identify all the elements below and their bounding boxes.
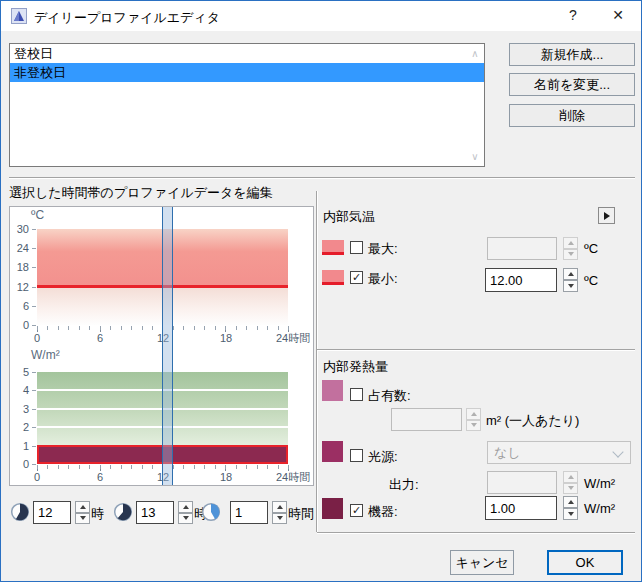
output-unit: W/m² [584, 476, 615, 491]
temp-xtick-last: 24時間 [276, 332, 314, 345]
duration-input[interactable] [230, 501, 268, 524]
temp-xtick: 6 [89, 332, 111, 345]
spin-down-button[interactable] [563, 508, 578, 520]
occupancy-spinner [466, 408, 481, 431]
delete-profile-button[interactable]: 削除 [509, 104, 635, 127]
spin-up-button [466, 408, 481, 420]
max-temp-input [487, 237, 557, 260]
temp-xtick: 18 [215, 332, 237, 345]
spin-down-button [563, 249, 578, 261]
spin-down-icon [277, 516, 283, 520]
heat-ytick: 2 [7, 420, 29, 434]
daily-profile-editor-dialog: デイリープロファイルエディタ ? ✕ 登校日 非登校日 ∧ ∨ 新規作成... … [0, 0, 642, 582]
scroll-down-icon[interactable]: ∨ [467, 151, 483, 162]
spin-up-icon [568, 241, 574, 245]
separator-heat [317, 349, 635, 351]
new-profile-button[interactable]: 新規作成... [509, 43, 635, 66]
spin-up-button[interactable] [178, 501, 193, 513]
spin-up-button [563, 471, 578, 483]
start-hour-spinner[interactable] [75, 501, 90, 524]
occupancy-checkbox[interactable] [350, 388, 363, 401]
min-temp-spinner[interactable] [563, 268, 578, 292]
equipment-unit: W/m² [584, 501, 615, 516]
temp-ytick: 6 [7, 299, 29, 313]
spin-up-icon [471, 412, 477, 416]
checkmark-icon: ✓ [351, 505, 362, 516]
heat-ytick: 0 [7, 457, 29, 471]
max-temp-spinner [563, 237, 578, 260]
min-temp-unit: ºC [584, 273, 598, 288]
spin-down-icon [568, 512, 574, 516]
separator-vertical [316, 191, 318, 532]
spin-down-button [466, 420, 481, 432]
output-label: 出力: [389, 476, 419, 494]
profile-listbox[interactable]: 登校日 非登校日 ∧ ∨ [9, 43, 485, 167]
heat-group-title: 内部発熱量 [323, 358, 388, 376]
heat-ytick: 3 [7, 402, 29, 416]
heat-xtick-last: 24時間 [276, 471, 314, 484]
play-arrow-icon [604, 212, 610, 220]
cancel-button[interactable]: キャンセル [450, 550, 514, 575]
duration-spinner[interactable] [272, 501, 287, 524]
list-item-non-school-day[interactable]: 非登校日 [10, 63, 484, 82]
chevron-down-icon [612, 446, 623, 457]
help-button[interactable]: ? [556, 2, 590, 28]
spin-up-icon [568, 272, 574, 276]
equipment-spinner[interactable] [563, 496, 578, 520]
light-checkbox[interactable] [350, 449, 363, 462]
end-hour-spinner[interactable] [178, 501, 193, 524]
scroll-up-icon[interactable]: ∧ [467, 48, 483, 59]
end-time-clock-icon [113, 502, 133, 522]
start-hour-input[interactable] [33, 501, 71, 524]
expand-button[interactable] [598, 207, 615, 224]
temp-ytick: 12 [7, 280, 29, 294]
spin-up-button[interactable] [563, 496, 578, 508]
light-swatch [322, 441, 343, 462]
spin-up-button[interactable] [563, 268, 578, 280]
max-temp-label: 最大: [368, 240, 398, 258]
spin-down-button[interactable] [272, 513, 287, 525]
spin-up-button[interactable] [272, 501, 287, 513]
list-item-school-day[interactable]: 登校日 [10, 44, 484, 63]
min-temp-input[interactable] [485, 268, 557, 292]
heat-axis-unit-label: W/m² [31, 348, 60, 362]
separator-top [9, 177, 635, 179]
equipment-checkbox[interactable]: ✓ [350, 504, 363, 517]
temp-xtick: 0 [26, 332, 48, 345]
occupancy-label: 占有数: [368, 387, 411, 405]
spin-up-button[interactable] [75, 501, 90, 513]
min-temp-label: 最小: [368, 270, 398, 288]
edit-section-label: 選択した時間帯のプロファイルデータを編集 [9, 184, 273, 202]
equipment-input[interactable] [485, 496, 557, 520]
max-temp-unit: ºC [584, 241, 598, 256]
spin-down-icon [568, 252, 574, 256]
list-scrollbar[interactable]: ∧ ∨ [467, 45, 483, 165]
spin-down-icon [80, 516, 86, 520]
heat-ytick: 5 [7, 365, 29, 379]
spin-down-button[interactable] [178, 513, 193, 525]
spin-down-button[interactable] [563, 280, 578, 292]
end-hour-input[interactable] [136, 501, 174, 524]
min-temp-swatch [322, 270, 344, 285]
spin-down-icon [183, 516, 189, 520]
occupancy-swatch [322, 380, 343, 401]
spin-down-icon [568, 284, 574, 288]
max-temp-checkbox[interactable] [350, 241, 363, 254]
spin-down-button[interactable] [75, 513, 90, 525]
temp-ytick-marks [32, 229, 36, 326]
spin-down-button [563, 483, 578, 495]
temp-ytick: 24 [7, 241, 29, 255]
heat-xtick: 18 [215, 471, 237, 484]
close-button[interactable]: ✕ [601, 2, 635, 28]
rename-profile-button[interactable]: 名前を変更... [509, 73, 635, 96]
spin-up-button [563, 237, 578, 249]
equipment-swatch [322, 498, 343, 519]
temp-axis-unit-label: ºC [31, 208, 44, 222]
min-temp-checkbox[interactable]: ✓ [350, 271, 363, 284]
ok-button[interactable]: OK [547, 550, 623, 575]
light-source-dropdown: なし [487, 441, 631, 464]
light-source-value: なし [494, 445, 521, 460]
heat-xtick: 6 [89, 471, 111, 484]
selected-time-band[interactable] [162, 207, 173, 485]
heat-ytick-marks [32, 372, 36, 465]
